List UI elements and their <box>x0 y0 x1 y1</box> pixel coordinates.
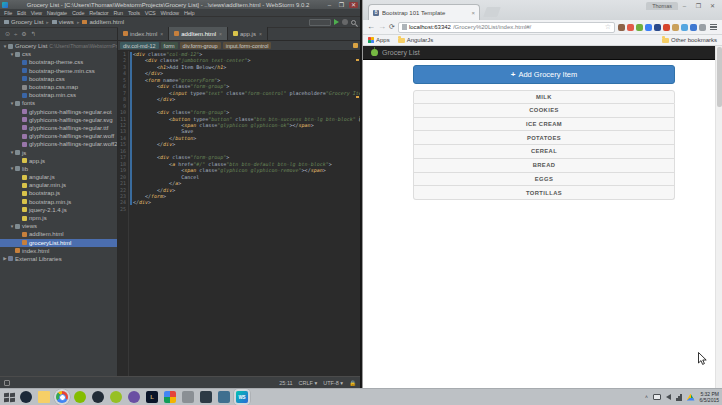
scroll-to-source-icon[interactable]: ⊙ <box>5 31 10 37</box>
tab-addItem-html[interactable]: addItem.html× <box>169 27 228 40</box>
tab-close-icon[interactable]: × <box>471 10 475 16</box>
toolwindow-toggle-icon[interactable] <box>4 380 10 386</box>
tool-app-icon[interactable] <box>182 391 194 403</box>
tree-item-fonts[interactable]: ▼fonts <box>0 99 117 107</box>
app-grid-icon[interactable] <box>164 391 176 403</box>
grocery-list-item[interactable]: EGGS <box>413 173 675 187</box>
add-grocery-item-button[interactable]: + Add Grocery Item <box>413 65 675 84</box>
google-drive-icon[interactable] <box>687 394 695 401</box>
bookmark-star-icon[interactable]: ☆ <box>605 23 611 31</box>
menu-item-refactor[interactable]: Refactor <box>89 10 108 16</box>
ext-orange-icon[interactable] <box>663 24 670 31</box>
ext-hand-icon[interactable] <box>618 24 625 31</box>
purple-sphere-app-icon[interactable] <box>128 391 140 403</box>
tree-item-bootstrap-css-map[interactable]: bootstrap.css.map <box>0 83 117 91</box>
taskbar-clock[interactable]: 5:32 PM 6/5/2015 <box>700 391 719 403</box>
back-button[interactable]: ← <box>367 23 375 31</box>
grocery-list-item[interactable]: COOKIES <box>413 104 675 118</box>
tree-item-css[interactable]: ▼css <box>0 50 117 58</box>
tree-item-js[interactable]: ▼js <box>0 148 117 156</box>
forward-button[interactable]: → <box>378 23 386 31</box>
ext-globe-icon[interactable] <box>654 24 661 31</box>
tree-item-angular-min-js[interactable]: angular.min.js <box>0 181 117 189</box>
webstorm-icon[interactable]: WS <box>236 391 248 403</box>
file-encoding[interactable]: UTF-8 ▾ <box>323 380 343 386</box>
tree-item-app-js[interactable]: app.js <box>0 157 117 165</box>
network-icon[interactable] <box>676 394 682 401</box>
steam-icon[interactable] <box>20 391 32 403</box>
maximize-button[interactable]: ❐ <box>693 2 704 9</box>
lock-icon[interactable]: 🔒 <box>349 380 356 386</box>
minimize-button[interactable]: – <box>679 3 690 9</box>
search-icon[interactable] <box>351 20 356 25</box>
tree-item-glyphicons-halflings-regular-woff2[interactable]: glyphicons-halflings-regular.woff2 <box>0 140 117 148</box>
menu-item-vcs[interactable]: VCS <box>145 10 156 16</box>
chrome-icon[interactable] <box>56 391 68 403</box>
hide-panel-icon[interactable]: ↰ <box>31 31 36 37</box>
tree-item-bootstrap-theme-css[interactable]: bootstrap-theme.css <box>0 58 117 66</box>
code-area[interactable]: 1234567891011121314151617181920212223242… <box>118 51 360 376</box>
tree-item-External-Libraries[interactable]: ▶External Libraries <box>0 255 117 263</box>
monitor-tray-icon[interactable] <box>653 394 661 400</box>
chrome-menu-icon[interactable] <box>709 24 718 31</box>
tree-item-Grocery-List[interactable]: ▼Grocery ListC:\Users\Thomas\WebstormPro… <box>0 42 117 50</box>
tree-item-glyphicons-halflings-regular-eot[interactable]: glyphicons-halflings-regular.eot <box>0 108 117 116</box>
ext-gray-icon[interactable] <box>699 24 706 31</box>
tab-close-icon[interactable]: × <box>259 31 262 37</box>
tab-close-icon[interactable]: × <box>219 31 222 37</box>
grocery-list-item[interactable]: POTATOES <box>413 131 675 145</box>
menu-item-window[interactable]: Window <box>161 10 179 16</box>
menu-item-navigate[interactable]: Navigate <box>47 10 67 16</box>
tree-item-bootstrap-css[interactable]: bootstrap.css <box>0 75 117 83</box>
tag-crumb-div-form-group[interactable]: div.form-group <box>180 42 221 49</box>
tag-crumb-div-col-md-12[interactable]: div.col-md-12 <box>120 42 159 49</box>
scrollbar-thumb[interactable] <box>717 47 722 107</box>
monitor-app-icon[interactable] <box>200 391 212 403</box>
tree-item-groceryList-html[interactable]: groceryList.html <box>0 239 117 247</box>
new-tab-button[interactable] <box>483 7 501 17</box>
grocery-list-item[interactable]: TORTILLAS <box>413 186 675 200</box>
tree-item-angular-js[interactable]: angular.js <box>0 173 117 181</box>
menu-item-code[interactable]: Code <box>72 10 84 16</box>
collapse-all-icon[interactable]: ÷ <box>14 31 17 37</box>
apps-shortcut[interactable]: Apps <box>368 37 390 43</box>
tree-item-bootstrap-min-js[interactable]: bootstrap.min.js <box>0 198 117 206</box>
ext-tan-icon[interactable] <box>672 24 679 31</box>
badge-app-icon[interactable] <box>218 391 230 403</box>
tree-item-bootstrap-js[interactable]: bootstrap.js <box>0 189 117 197</box>
run-button[interactable] <box>334 19 339 25</box>
profile-button[interactable]: Thomas <box>646 2 678 10</box>
grocery-list-item[interactable]: BREAD <box>413 159 675 173</box>
menu-item-edit[interactable]: Edit <box>17 10 26 16</box>
menu-item-run[interactable]: Run <box>113 10 123 16</box>
grocery-list-item[interactable]: MILK <box>413 90 675 104</box>
maximize-button[interactable]: ❐ <box>337 2 346 8</box>
address-bar[interactable]: localhost:63342 /Grocery%20List/index.ht… <box>398 22 615 33</box>
volume-icon[interactable] <box>666 394 671 400</box>
menu-item-view[interactable]: View <box>31 10 42 16</box>
unity-icon[interactable] <box>92 391 104 403</box>
minimize-button[interactable]: – <box>325 2 334 8</box>
tree-item-glyphicons-halflings-regular-ttf[interactable]: glyphicons-halflings-regular.ttf <box>0 124 117 132</box>
settings-gear-icon[interactable]: ⚙ <box>21 31 26 37</box>
tree-item-bootstrap-min-css[interactable]: bootstrap.min.css <box>0 91 117 99</box>
ext-red-circle-icon[interactable] <box>627 24 634 31</box>
tab-index-html[interactable]: index.html× <box>118 27 169 40</box>
tree-item-glyphicons-halflings-regular-svg[interactable]: glyphicons-halflings-regular.svg <box>0 116 117 124</box>
tray-expand-icon[interactable]: ˄ <box>645 394 648 400</box>
breadcrumb-item[interactable]: addItem.html <box>89 19 124 25</box>
tag-crumb-form[interactable]: form <box>161 42 178 49</box>
breadcrumb-item[interactable]: Grocery List <box>11 19 43 25</box>
menu-item-tools[interactable]: Tools <box>128 10 140 16</box>
site-brand[interactable]: Grocery List <box>382 49 420 56</box>
tree-item-bootstrap-theme-min-css[interactable]: bootstrap-theme.min.css <box>0 67 117 75</box>
close-button[interactable]: ✕ <box>707 2 718 9</box>
tree-item-index-html[interactable]: index.html <box>0 247 117 255</box>
bookmark-folder-angularjs[interactable]: AngularJs <box>398 37 434 43</box>
browser-tab[interactable]: B Bootstrap 101 Template × <box>368 4 480 20</box>
grocery-list-item[interactable]: ICE CREAM <box>413 118 675 132</box>
menu-item-file[interactable]: File <box>4 10 12 16</box>
league-of-legends-icon[interactable]: L <box>146 391 158 403</box>
reload-button[interactable]: ⟳ <box>389 23 395 31</box>
tree-item-npm-js[interactable]: npm.js <box>0 214 117 222</box>
